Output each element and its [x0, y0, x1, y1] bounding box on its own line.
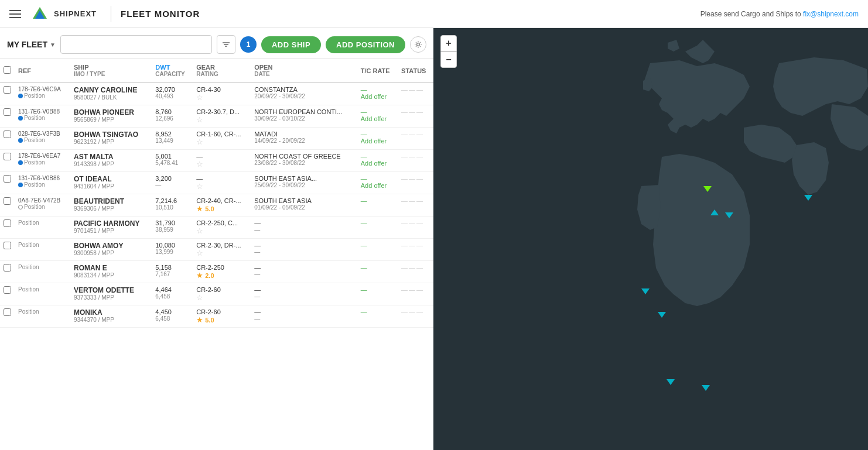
dwt-value: 5,158 [155, 264, 189, 271]
gear-rating: CR-2-60 [196, 308, 247, 315]
open-port: — [254, 219, 354, 226]
notice-email-link[interactable]: fix@shipnext.com [803, 10, 859, 18]
dwt-value: 31,790 [155, 219, 189, 226]
table-row: Position MONIKA 9344370 / MPP 4,450 6,45… [0, 305, 433, 328]
row-checkbox[interactable] [4, 242, 11, 249]
cell-status: ——— [398, 128, 433, 150]
select-all-checkbox[interactable] [4, 66, 11, 74]
row-checkbox[interactable] [4, 108, 11, 116]
dwt-capacity: 10,510 [155, 204, 189, 211]
cell-open: SOUTH EAST ASIA 01/09/22 - 05/09/22 [251, 194, 357, 217]
status-dots: ——— [401, 175, 424, 182]
filter-button[interactable] [217, 35, 235, 54]
ship-imo: 9300958 / MPP [74, 250, 148, 256]
zoom-in-button[interactable]: + [440, 35, 457, 51]
gear-rating: CR-2-30.7, D... [196, 108, 247, 115]
row-checkbox-cell [0, 305, 15, 328]
gear-rating: — [196, 175, 247, 182]
nav-divider [111, 6, 111, 22]
table-row: 0A8-7E6-V472B Position BEAUTRIDENT 93693… [0, 194, 433, 217]
dwt-capacity: 12,696 [155, 115, 189, 122]
ship-imo: 9083134 / MPP [74, 272, 148, 279]
row-checkbox[interactable] [4, 153, 11, 160]
row-checkbox-cell [0, 172, 15, 194]
cell-dwt: 7,214.6 10,510 [152, 194, 193, 217]
cell-gear: CR-2-40, CR-... ★ 5.0 [193, 194, 251, 217]
table-header-row: REF SHIP IMO / TYPE DWT CAPACITY GEAR [0, 59, 433, 83]
add-offer-link[interactable]: Add offer [361, 138, 387, 145]
row-checkbox[interactable] [4, 308, 11, 316]
tc-rate-value: — [361, 264, 394, 271]
open-date: 30/09/22 - 03/10/22 [254, 115, 354, 122]
zoom-out-button[interactable]: − [440, 51, 457, 68]
settings-button[interactable] [410, 36, 426, 53]
gear-rating: CR-2-30, DR-... [196, 242, 247, 249]
dwt-capacity: 38,959 [155, 226, 189, 233]
open-date: — [254, 271, 354, 277]
fleet-caret-icon: ▼ [50, 42, 56, 48]
add-position-button[interactable]: ADD POSITION [326, 36, 405, 53]
position-dot-icon [18, 116, 23, 121]
status-dots: ——— [401, 86, 424, 93]
add-offer-link[interactable]: Add offer [361, 160, 387, 167]
position-label: Position [18, 92, 67, 99]
cell-open: MATADI 14/09/22 - 20/09/22 [251, 128, 357, 150]
ship-name: MONIKA [74, 308, 148, 317]
cell-ref: Position [15, 305, 70, 328]
hamburger-menu[interactable] [9, 10, 21, 18]
row-checkbox[interactable] [4, 264, 11, 272]
tc-rate-value: — [361, 175, 394, 182]
search-input[interactable] [60, 35, 212, 54]
row-checkbox-cell [0, 261, 15, 283]
cell-gear: CR-2-30, DR-... ☆ [193, 239, 251, 261]
cell-ship: AST MALTA 9143398 / MPP [70, 150, 152, 172]
col-header-open: OPEN DATE [251, 59, 357, 83]
svg-point-5 [417, 43, 420, 46]
col-header-status: STATUS [398, 59, 433, 83]
open-port: — [254, 308, 354, 315]
cell-open: — — [251, 283, 357, 305]
add-offer-link[interactable]: Add offer [361, 182, 387, 189]
add-ship-button[interactable]: ADD SHIP [261, 36, 321, 53]
cell-gear: CR-2-250, C... ☆ [193, 217, 251, 239]
row-checkbox[interactable] [4, 286, 11, 294]
cell-open: NORTH EUROPEAN CONTI... 30/09/22 - 03/10… [251, 105, 357, 128]
position-dot-icon [18, 160, 23, 165]
cell-ship: CANNY CAROLINE 9580027 / BULK [70, 83, 152, 105]
position-label: Position [18, 181, 67, 188]
cell-tc: — [357, 261, 398, 283]
row-checkbox[interactable] [4, 175, 11, 183]
ship-imo: 9431604 / MPP [74, 183, 148, 190]
open-port: MATADI [254, 130, 354, 138]
cell-gear: CR-2-30.7, D... ☆ [193, 105, 251, 128]
gear-rating: CR-2-250, C... [196, 219, 247, 226]
fleet-title[interactable]: MY FLEET ▼ [7, 40, 56, 49]
row-checkbox-cell [0, 83, 15, 105]
topnav: SHIPNEXT FLEET MONITOR Please send Cargo… [0, 0, 868, 28]
dwt-capacity: 6,458 [155, 293, 189, 300]
cell-dwt: 3,200 — [152, 172, 193, 194]
cell-gear: CR-1-60, CR-... ☆ [193, 128, 251, 150]
open-date: — [254, 226, 354, 233]
tc-rate-value: — [361, 130, 394, 138]
add-offer-link[interactable]: Add offer [361, 93, 387, 100]
open-date: — [254, 249, 354, 255]
row-checkbox[interactable] [4, 197, 11, 205]
cell-dwt: 31,790 38,959 [152, 217, 193, 239]
open-port: — [254, 242, 354, 249]
col-header-tc: T/C RATE [357, 59, 398, 83]
settings-icon [414, 40, 422, 49]
row-checkbox[interactable] [4, 86, 11, 94]
row-checkbox[interactable] [4, 130, 11, 138]
star-empty-icon: ☆ [196, 293, 203, 302]
add-offer-link[interactable]: Add offer [361, 115, 387, 122]
dwt-value: 3,200 [155, 175, 189, 182]
cell-gear: CR-2-60 ★ 5.0 [193, 305, 251, 328]
row-checkbox[interactable] [4, 219, 11, 227]
status-dots: ——— [401, 308, 424, 315]
cell-ref: 028-7E6-V3F3B Position [15, 128, 70, 150]
star-icon: ★ [196, 271, 203, 280]
cell-ship: BOHWA PIONEER 9565869 / MPP [70, 105, 152, 128]
row-checkbox-cell [0, 217, 15, 239]
fleet-header: MY FLEET ▼ 1 ADD SHIP ADD POSITION [0, 28, 433, 59]
